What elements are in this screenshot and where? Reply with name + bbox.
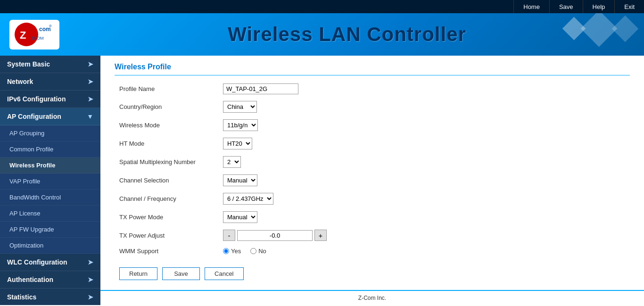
sidebar-item-wlc-config[interactable]: WLC Configuration ➤: [0, 254, 100, 271]
sidebar-item-common-profile[interactable]: Common Profile: [0, 141, 100, 157]
wireless-mode-label: Wireless Mode: [115, 116, 218, 134]
content-inner: Wireless Profile Profile Name Country/Re…: [100, 56, 644, 290]
sidebar-item-optimization[interactable]: Optimization: [0, 238, 100, 254]
logo-container: Z com ® ZCOM: [9, 20, 59, 50]
sidebar-item-network[interactable]: Network ➤: [0, 73, 100, 91]
ap-config-submenu: AP Grouping Common Profile Wireless Prof…: [0, 125, 100, 254]
country-region-select[interactable]: China USA Japan Europe: [223, 101, 257, 113]
sidebar-item-vap-profile[interactable]: VAP Profile: [0, 174, 100, 190]
channel-selection-select[interactable]: Manual Auto: [223, 174, 257, 186]
sidebar-item-system-basic[interactable]: System Basic ➤: [0, 56, 100, 73]
chevron-right-icon: ➤: [88, 60, 93, 68]
profile-name-label: Profile Name: [115, 80, 218, 98]
chevron-right-icon: ➤: [88, 78, 93, 85]
content-area: Wireless Profile Profile Name Country/Re…: [100, 56, 644, 305]
form-table: Profile Name Country/Region China USA Ja…: [115, 80, 630, 258]
zcom-logo: Z com ® ZCOM: [13, 22, 56, 48]
chevron-right-icon: ➤: [88, 95, 93, 103]
channel-selection-label: Channel Selection: [115, 171, 218, 190]
chevron-right-icon: ➤: [88, 276, 93, 283]
tx-power-mode-label: TX Power Mode: [115, 208, 218, 226]
channel-freq-label: Channel / Frequency: [115, 190, 218, 208]
channel-freq-select[interactable]: 1 / 2.412GHz 2 / 2.417GHz 3 / 2.422GHz 4…: [223, 193, 273, 205]
svg-text:ZCOM: ZCOM: [31, 36, 44, 41]
country-region-label: Country/Region: [115, 98, 218, 116]
header: Z com ® ZCOM Wireless LAN Controller: [0, 13, 644, 56]
tx-power-minus-button[interactable]: -: [223, 230, 235, 241]
spatial-mux-select[interactable]: 1 2 3 4: [223, 156, 241, 168]
header-title: Wireless LAN Controller: [59, 23, 635, 46]
header-decoration: [566, 16, 635, 41]
sidebar: System Basic ➤ Network ➤ IPv6 Configurat…: [0, 56, 100, 305]
sidebar-item-bandwidth-control[interactable]: BandWidth Control: [0, 190, 100, 206]
spatial-mux-label: Spatial Multiplexing Number: [115, 153, 218, 171]
sidebar-item-ap-fw-upgrade[interactable]: AP FW Upgrade: [0, 222, 100, 238]
sidebar-item-authentication[interactable]: Authentication ➤: [0, 271, 100, 289]
profile-name-input[interactable]: [223, 83, 298, 94]
nav-save[interactable]: Save: [549, 0, 583, 13]
main-layout: System Basic ➤ Network ➤ IPv6 Configurat…: [0, 56, 644, 305]
section-title: Wireless Profile: [115, 63, 630, 75]
sidebar-item-ap-license[interactable]: AP License: [0, 206, 100, 222]
tx-power-adjust-label: TX Power Adjust: [115, 226, 218, 244]
sidebar-item-ipv6[interactable]: IPv6 Configuration ➤: [0, 91, 100, 108]
sidebar-item-statistics[interactable]: Statistics ➤: [0, 289, 100, 305]
tx-power-plus-button[interactable]: +: [314, 230, 327, 241]
nav-help[interactable]: Help: [583, 0, 615, 13]
nav-home[interactable]: Home: [513, 0, 549, 13]
sidebar-item-ap-grouping[interactable]: AP Grouping: [0, 125, 100, 141]
ht-mode-select[interactable]: HT20 HT40 HT80: [223, 138, 252, 149]
ht-mode-label: HT Mode: [115, 134, 218, 153]
svg-point-0: [15, 23, 38, 46]
sidebar-item-ap-config[interactable]: AP Configuration ▼: [0, 108, 100, 125]
chevron-right-icon: ➤: [88, 258, 93, 266]
return-button[interactable]: Return: [119, 267, 157, 280]
save-button[interactable]: Save: [162, 267, 200, 280]
form-buttons: Return Save Cancel: [115, 267, 630, 280]
footer: Z-Com Inc.: [100, 290, 644, 305]
wireless-mode-select[interactable]: 11b/g/n 11a/n 11ac 11b 11g: [223, 119, 258, 131]
chevron-right-icon: ➤: [88, 293, 93, 301]
wmm-support-radio-group: Yes No: [223, 248, 625, 255]
svg-text:Z: Z: [20, 29, 26, 41]
cancel-button[interactable]: Cancel: [205, 267, 243, 280]
wmm-yes-radio[interactable]: [223, 248, 229, 254]
nav-exit[interactable]: Exit: [614, 0, 644, 13]
top-nav-bar: Home Save Help Exit: [0, 0, 644, 13]
wmm-no-label[interactable]: No: [250, 248, 266, 255]
svg-text:®: ®: [49, 24, 52, 28]
chevron-down-icon: ▼: [87, 113, 93, 120]
wmm-no-radio[interactable]: [250, 248, 256, 254]
wmm-support-label: WMM Support: [115, 244, 218, 258]
tx-power-adjust-control: - +: [223, 230, 625, 241]
tx-power-mode-select[interactable]: Manual Auto: [223, 211, 257, 223]
wmm-yes-label[interactable]: Yes: [223, 248, 241, 255]
sidebar-item-wireless-profile[interactable]: Wireless Profile: [0, 157, 100, 174]
tx-power-value-input[interactable]: [237, 230, 313, 241]
